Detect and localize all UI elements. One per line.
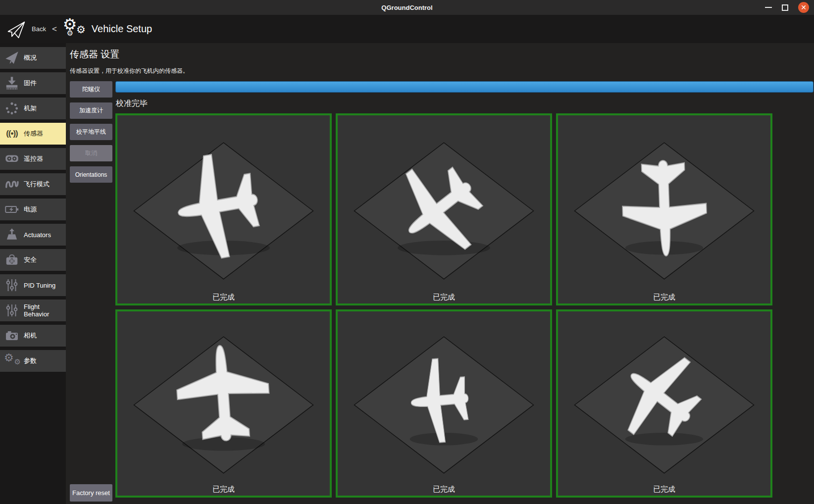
tuning-sliders-icon — [0, 278, 24, 293]
sidebar-item-label: 飞行模式 — [24, 180, 50, 189]
paper-plane-logo-icon[interactable] — [6, 19, 27, 39]
sidebar-item-label: 传感器 — [24, 129, 43, 138]
paper-plane-icon — [0, 50, 24, 65]
plane-orientation-left-side-icon — [338, 311, 550, 496]
plane-orientation-nose-down-icon — [338, 115, 550, 303]
vehicle-setup-gears-icon: ⚙⚙⚙ — [63, 18, 85, 41]
maximize-icon[interactable] — [782, 4, 788, 11]
toolbar: Back < ⚙⚙⚙ Vehicle Setup — [0, 15, 814, 43]
sidebar-item-power[interactable]: 电源 — [0, 199, 66, 220]
calibration-area: 校准完毕 已完成 — [115, 81, 814, 504]
flight-modes-wave-icon — [0, 177, 24, 192]
panel-status-label: 已完成 — [558, 293, 770, 302]
spacer — [70, 188, 112, 479]
calibration-panel: 已完成 — [115, 113, 332, 305]
safety-kit-icon — [0, 252, 24, 267]
window-titlebar: QGroundControl ✕ — [0, 0, 814, 15]
sidebar-item-sensors[interactable]: ((•)) 传感器 — [0, 123, 66, 145]
sensors-page-subtitle: 传感器设置，用于校准你的飞机内的传感器。 — [70, 67, 814, 75]
sidebar-item-actuators[interactable]: Actuators — [0, 224, 66, 246]
page-title: Vehicle Setup — [92, 23, 152, 35]
sidebar-item-label: 安全 — [24, 255, 37, 264]
calibration-status-text: 校准完毕 — [116, 99, 814, 109]
sidebar-item-label: Actuators — [24, 231, 51, 239]
sensors-setup-page: 传感器 设置 传感器设置，用于校准你的飞机内的传感器。 陀螺仪 加速度计 校平地… — [66, 43, 814, 504]
sidebar-item-label: PID Tuning — [24, 282, 55, 289]
calibration-button-column: 陀螺仪 加速度计 校平地平线 取消 Orientations Factory r… — [70, 81, 112, 504]
plane-orientation-right-side-icon — [558, 311, 770, 496]
panel-status-label: 已完成 — [338, 485, 550, 494]
sidebar-item-summary[interactable]: 概况 — [0, 47, 66, 69]
sidebar-item-safety[interactable]: 安全 — [0, 249, 66, 271]
sidebar-item-label: 固件 — [24, 79, 37, 88]
accelerometer-button[interactable]: 加速度计 — [70, 102, 112, 119]
gyroscope-button[interactable]: 陀螺仪 — [70, 81, 112, 98]
sidebar-item-pid-tuning[interactable]: PID Tuning — [0, 274, 66, 296]
actuator-motor-icon — [0, 227, 24, 242]
camera-icon — [0, 328, 24, 343]
window-title: QGroundControl — [381, 4, 432, 11]
radio-icon — [0, 151, 24, 166]
orientation-grid: 已完成 已完成 — [115, 113, 772, 498]
sidebar-item-label: 相机 — [24, 331, 37, 340]
plane-orientation-upside-down-icon — [117, 311, 330, 496]
sensor-waves-icon: ((•)) — [0, 129, 24, 139]
sidebar-item-flight-behavior[interactable]: Flight Behavior — [0, 300, 66, 321]
firmware-download-icon — [0, 76, 24, 91]
sidebar-item-camera[interactable]: 相机 — [0, 325, 66, 347]
sidebar-item-airframe[interactable]: 机架 — [0, 98, 66, 119]
minimize-icon[interactable] — [765, 7, 772, 8]
sidebar-item-radio[interactable]: 遥控器 — [0, 148, 66, 170]
calibration-panel: 已完成 — [336, 309, 552, 498]
sidebar-item-label: 概况 — [24, 53, 37, 62]
calibration-panel: 已完成 — [556, 113, 772, 305]
sidebar-item-label: Flight Behavior — [24, 303, 66, 318]
tuning-sliders-icon — [0, 303, 24, 318]
sensors-page-title: 传感器 设置 — [70, 48, 814, 61]
sidebar-item-label: 参数 — [24, 356, 37, 365]
calibration-panel: 已完成 — [115, 309, 332, 498]
main-layout: 概况 固件 机架 ((•)) 传感器 遥控器 飞行模式 电源 Actuators — [0, 43, 814, 504]
orientations-button[interactable]: Orientations — [70, 166, 112, 183]
sidebar-item-label: 电源 — [24, 205, 37, 214]
gears-icon: ⚙⚙ — [0, 353, 24, 368]
level-horizon-button[interactable]: 校平地平线 — [70, 124, 112, 140]
plane-orientation-tail-up-icon — [558, 115, 770, 303]
airframe-dots-icon — [0, 101, 24, 116]
cancel-button: 取消 — [70, 145, 112, 161]
sidebar-item-firmware[interactable]: 固件 — [0, 72, 66, 94]
setup-sidebar: 概况 固件 机架 ((•)) 传感器 遥控器 飞行模式 电源 Actuators — [0, 43, 66, 504]
sidebar-item-label: 遥控器 — [24, 154, 43, 163]
sidebar-item-flight-modes[interactable]: 飞行模式 — [0, 173, 66, 195]
calibration-panel: 已完成 — [556, 309, 772, 498]
panel-status-label: 已完成 — [117, 485, 330, 494]
window-controls: ✕ — [765, 0, 809, 15]
factory-reset-button[interactable]: Factory reset — [70, 484, 112, 502]
panel-status-label: 已完成 — [117, 293, 330, 302]
back-button[interactable]: Back — [32, 25, 46, 33]
panel-status-label: 已完成 — [338, 293, 550, 302]
sidebar-item-label: 机架 — [24, 104, 37, 113]
plane-orientation-level-icon — [117, 115, 330, 303]
sidebar-item-parameters[interactable]: ⚙⚙ 参数 — [0, 350, 66, 372]
calibration-panel: 已完成 — [336, 113, 552, 305]
battery-icon — [0, 202, 24, 217]
close-icon[interactable]: ✕ — [798, 2, 809, 13]
chevron-left-icon: < — [52, 24, 57, 34]
calibration-progress-bar — [115, 81, 814, 93]
panel-status-label: 已完成 — [558, 485, 770, 494]
